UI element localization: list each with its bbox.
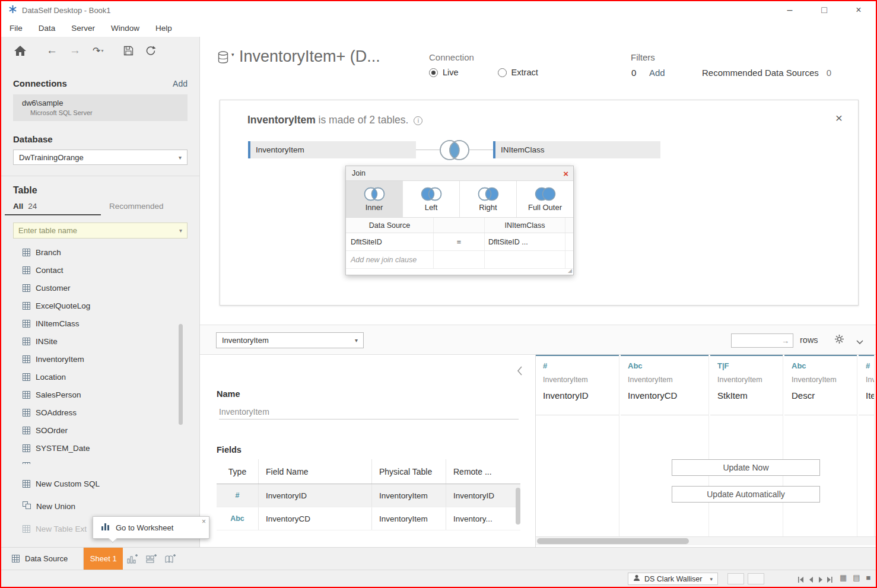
tab-sheet-1[interactable]: Sheet 1 [84,548,123,570]
tab-all[interactable]: All24 [5,202,101,215]
new-custom-sql[interactable]: New Custom SQL [1,472,199,495]
rows-count-input[interactable] [732,336,781,345]
go-to-worksheet-tooltip[interactable]: Go to Worksheet × [93,516,209,539]
canvas-table-inventoryitem[interactable]: InventoryItem [248,141,416,158]
col-type[interactable]: Type [217,459,259,484]
add-join-clause-row[interactable]: Add new join clause [346,251,573,269]
preview-table-select[interactable]: InventoryItem ▾ [216,332,364,348]
table-search[interactable]: ▾ [13,223,188,239]
table-item-contact[interactable]: Contact [1,261,199,279]
table-list-scrollbar[interactable] [179,324,183,425]
extract-radio[interactable] [498,68,507,77]
forward-icon[interactable]: → [69,44,81,57]
home-icon[interactable] [14,46,26,56]
new-union[interactable]: New Union [1,495,199,517]
table-item-initemclass[interactable]: INItemClass [1,314,199,332]
grid-view-icon[interactable]: ▦ [840,573,847,582]
join-clause-right-field[interactable]: DfltSiteID ... [485,233,565,250]
join-type-left[interactable]: Left [403,181,460,217]
table-item-insite[interactable]: INSite [1,332,199,350]
new-dashboard-icon[interactable] [142,548,161,570]
menu-file[interactable]: File [9,24,23,33]
fields-scrollbar[interactable] [516,488,520,525]
tab-data-source[interactable]: Data Source [1,548,84,570]
join-clause-operator[interactable]: = [434,233,485,250]
table-item-partial[interactable] [1,457,199,464]
join-type-right[interactable]: Right [460,181,517,217]
update-automatically-button[interactable]: Update Automatically [672,486,820,503]
redo-icon[interactable]: ↷▾ [93,45,103,56]
grid-column-inventoryid[interactable]: # InventoryItem InventoryID [536,355,619,536]
table-item-salesperson[interactable]: SalesPerson [1,386,199,403]
grid-column-clipped[interactable]: # Inve Ite [859,355,875,536]
grid-column-descr[interactable]: Abc InventoryItem Descr [784,355,857,536]
menu-server[interactable]: Server [71,24,95,33]
status-button[interactable] [727,573,744,584]
horizontal-scrollbar[interactable] [536,536,876,545]
database-icon[interactable] [218,51,230,67]
datasource-name-input[interactable] [219,405,519,419]
new-worksheet-icon[interactable] [123,548,142,570]
canvas-table-initemclass[interactable]: INItemClass [493,141,660,158]
join-type-inner[interactable]: Inner [346,181,403,217]
chevron-down-icon[interactable]: ▾ [179,227,182,234]
detail-view-icon[interactable]: ■ [866,573,871,582]
connection-item[interactable]: dw6\sample Microsoft SQL Server [13,94,188,121]
info-icon[interactable]: i [414,116,422,125]
table-item-customer[interactable]: Customer [1,279,199,297]
field-row-inventorycd[interactable]: Abc InventoryCD InventoryItem Inventory.… [217,507,520,530]
add-join-clause-placeholder[interactable]: Add new join clause [346,251,434,268]
tab-recommended[interactable]: Recommended [101,202,164,215]
menu-data[interactable]: Data [39,24,56,33]
first-record-icon[interactable] [797,576,805,584]
table-item-system-date[interactable]: SYSTEM_Date [1,439,199,457]
refresh-icon[interactable] [145,46,156,56]
table-item-branch[interactable]: Branch [1,243,199,261]
status-button[interactable] [748,573,764,584]
apply-rows-icon[interactable]: → [781,336,793,345]
last-record-icon[interactable] [826,576,833,584]
chevron-down-icon[interactable] [856,338,863,347]
next-record-icon[interactable] [818,576,824,584]
close-icon[interactable]: × [841,1,876,19]
grid-column-stkitem[interactable]: T|F InventoryItem StkItem [710,355,783,536]
live-radio[interactable] [429,68,438,77]
user-menu[interactable]: DS Clark Walliser ▾ [628,573,718,585]
join-clause-left-field[interactable]: DfltSiteID [346,233,434,250]
minimize-icon[interactable]: – [773,1,807,19]
table-item-location[interactable]: Location [1,368,199,386]
resize-grip-icon[interactable]: ◢ [568,268,572,274]
table-item-excelquotelog[interactable]: ExcelQuoteLog [1,297,199,314]
rows-count-field[interactable]: → [731,333,793,348]
database-select[interactable]: DwTrainingOrange ▾ [13,150,188,165]
chevron-down-icon[interactable]: ▾ [231,52,234,58]
list-view-icon[interactable]: ▤ [853,573,860,582]
menu-help[interactable]: Help [155,24,172,33]
datasource-title[interactable]: InventoryItem+ (D... [239,47,380,66]
back-icon[interactable]: ← [46,44,58,57]
previous-record-icon[interactable] [808,576,814,584]
table-item-inventoryitem[interactable]: InventoryItem [1,350,199,368]
maximize-icon[interactable]: □ [807,1,841,19]
close-icon[interactable]: × [563,169,568,178]
close-icon[interactable]: × [202,517,206,526]
join-type-full-outer[interactable]: Full Outer [517,181,573,217]
close-icon[interactable]: × [835,111,843,125]
recommended-datasources-label[interactable]: Recommended Data Sources [702,68,819,78]
col-field-name[interactable]: Field Name [259,459,372,484]
field-row-inventoryid[interactable]: # InventoryID InventoryItem InventoryID [217,484,520,507]
table-item-soorder[interactable]: SOOrder [1,421,199,439]
join-venn-icon[interactable] [432,137,477,165]
col-physical-table[interactable]: Physical Table [372,459,446,484]
col-remote[interactable]: Remote ... [446,459,520,484]
save-icon[interactable] [123,46,134,56]
scrollbar-thumb[interactable] [537,538,689,544]
add-connection-link[interactable]: Add [173,79,188,88]
collapse-panel-icon[interactable] [517,365,523,378]
update-now-button[interactable]: Update Now [672,459,820,476]
gear-icon[interactable] [834,334,844,346]
filters-add-link[interactable]: Add [649,68,665,78]
table-item-soaddress[interactable]: SOAddress [1,403,199,421]
table-search-input[interactable] [18,226,179,235]
grid-column-inventorycd[interactable]: Abc InventoryItem InventoryCD [621,355,709,536]
